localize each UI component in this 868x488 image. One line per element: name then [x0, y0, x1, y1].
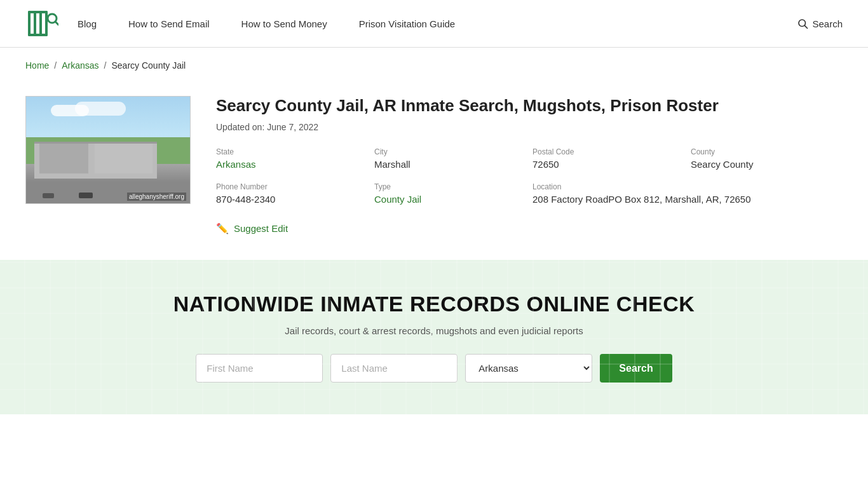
- nav-blog[interactable]: Blog: [78, 18, 97, 29]
- phone-label: Phone Number: [216, 182, 368, 191]
- svg-line-7: [55, 22, 58, 25]
- nav-search-label: Search: [812, 18, 843, 29]
- type-field: Type County Jail: [374, 182, 526, 205]
- pencil-icon: ✏️: [216, 222, 229, 234]
- inmate-search-form: AlabamaAlaskaArizonaArkansasCaliforniaCo…: [25, 354, 843, 383]
- nav-email[interactable]: How to Send Email: [128, 18, 210, 29]
- image-caption: alleghanysheriff.org: [127, 193, 186, 201]
- type-value[interactable]: County Jail: [374, 194, 421, 205]
- nav-visitation[interactable]: Prison Visitation Guide: [359, 18, 455, 29]
- search-icon: [797, 18, 808, 29]
- facility-updated: Updated on: June 7, 2022: [216, 122, 843, 132]
- breadcrumb-sep2: /: [104, 60, 107, 71]
- breadcrumb-current: Searcy County Jail: [112, 60, 186, 71]
- svg-rect-2: [39, 11, 42, 36]
- facility-info: Searcy County Jail, AR Inmate Search, Mu…: [216, 96, 843, 234]
- breadcrumb: Home / Arkansas / Searcy County Jail: [0, 48, 868, 83]
- main-content: alleghanysheriff.org Searcy County Jail,…: [0, 83, 868, 260]
- suggest-edit-link[interactable]: ✏️ Suggest Edit: [216, 222, 843, 234]
- location-label: Location: [532, 182, 843, 191]
- svg-rect-1: [34, 11, 36, 36]
- county-value: Searcy County: [691, 159, 753, 170]
- facility-image: alleghanysheriff.org: [25, 96, 191, 204]
- phone-field: Phone Number 870-448-2340: [216, 182, 368, 205]
- city-label: City: [374, 147, 526, 156]
- postal-field: Postal Code 72650: [532, 147, 684, 170]
- svg-rect-4: [28, 11, 48, 13]
- nationwide-subtext: Jail records, court & arrest records, mu…: [25, 325, 843, 336]
- county-field: County Searcy County: [691, 147, 843, 170]
- nav-search-button[interactable]: Search: [797, 18, 843, 29]
- svg-rect-5: [28, 34, 48, 36]
- location-field: Location 208 Factory RoadPO Box 812, Mar…: [532, 182, 843, 205]
- facility-image-bg: [26, 97, 190, 203]
- svg-rect-0: [28, 11, 31, 36]
- suggest-edit-label: Suggest Edit: [234, 223, 288, 234]
- search-button[interactable]: Search: [600, 354, 672, 383]
- type-label: Type: [374, 182, 526, 191]
- nationwide-section: NATIONWIDE INMATE RECORDS ONLINE CHECK J…: [0, 260, 868, 414]
- nationwide-heading: NATIONWIDE INMATE RECORDS ONLINE CHECK: [25, 292, 843, 316]
- site-logo[interactable]: [25, 7, 58, 40]
- svg-line-9: [805, 25, 808, 28]
- svg-rect-3: [45, 11, 48, 36]
- breadcrumb-state[interactable]: Arkansas: [62, 60, 98, 71]
- state-value[interactable]: Arkansas: [216, 159, 256, 170]
- state-label: State: [216, 147, 368, 156]
- breadcrumb-home[interactable]: Home: [25, 60, 49, 71]
- last-name-input[interactable]: [330, 354, 458, 383]
- info-grid: State Arkansas City Marshall Postal Code…: [216, 147, 843, 205]
- nav-money[interactable]: How to Send Money: [241, 18, 327, 29]
- main-nav: Blog How to Send Email How to Send Money…: [78, 18, 797, 29]
- postal-value: 72650: [532, 159, 559, 170]
- location-value: 208 Factory RoadPO Box 812, Marshall, AR…: [532, 194, 751, 205]
- facility-title: Searcy County Jail, AR Inmate Search, Mu…: [216, 96, 843, 116]
- breadcrumb-sep1: /: [54, 60, 57, 71]
- city-value: Marshall: [374, 159, 410, 170]
- postal-label: Postal Code: [532, 147, 684, 156]
- state-select[interactable]: AlabamaAlaskaArizonaArkansasCaliforniaCo…: [465, 354, 592, 383]
- first-name-input[interactable]: [196, 354, 323, 383]
- site-header: Blog How to Send Email How to Send Money…: [0, 0, 868, 48]
- city-field: City Marshall: [374, 147, 526, 170]
- phone-value: 870-448-2340: [216, 194, 275, 205]
- county-label: County: [691, 147, 843, 156]
- state-field: State Arkansas: [216, 147, 368, 170]
